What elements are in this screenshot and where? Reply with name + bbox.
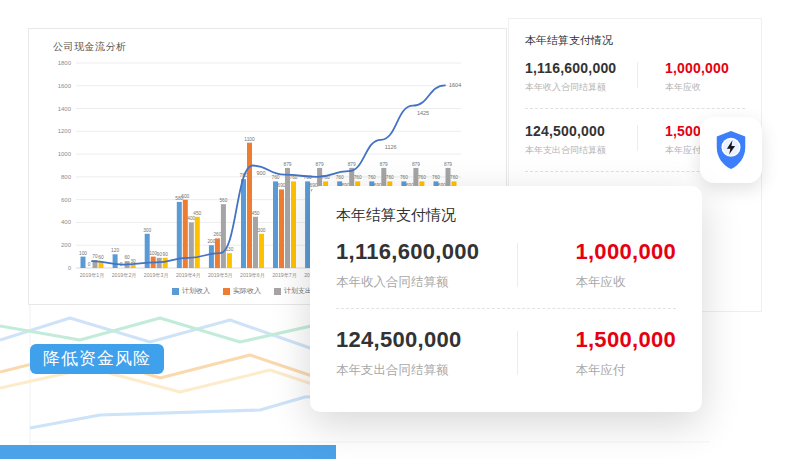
svg-text:760: 760 — [400, 175, 408, 180]
svg-text:879: 879 — [316, 162, 324, 167]
svg-text:760: 760 — [450, 175, 458, 180]
svg-text:760: 760 — [271, 175, 279, 180]
expense-settlement-label: 本年支出合同结算额 — [525, 144, 637, 157]
popup-receivable-value: 1,000,000 — [575, 239, 676, 265]
svg-text:760: 760 — [432, 175, 440, 180]
svg-text:400: 400 — [187, 216, 195, 221]
divider — [525, 108, 745, 109]
settlement-popup-card: 本年结算支付情况 1,116,600,000 本年收入合同结算额 1,000,0… — [310, 186, 702, 412]
popup-expense-settlement-label: 本年支出合同结算额 — [336, 362, 529, 379]
divider — [336, 308, 676, 309]
svg-text:2019年7月: 2019年7月 — [272, 272, 297, 279]
popup-row-income: 1,116,600,000 本年收入合同结算额 1,000,000 本年应收 — [310, 239, 702, 291]
popup-row-expense: 124,500,000 本年支出合同结算额 1,500,000 本年应付 — [310, 327, 702, 379]
svg-text:1425: 1425 — [417, 110, 429, 116]
svg-text:760: 760 — [386, 175, 394, 180]
svg-text:300: 300 — [257, 228, 265, 233]
svg-text:760: 760 — [336, 175, 344, 180]
svg-text:0: 0 — [68, 265, 72, 271]
expense-settlement-value: 124,500,000 — [525, 123, 637, 139]
legend-label: 计划支出 — [284, 286, 312, 296]
income-settlement-value: 1,116,600,000 — [525, 60, 637, 76]
bottom-blue-strip — [0, 445, 336, 459]
svg-text:2019年1月: 2019年1月 — [80, 272, 105, 279]
svg-text:2019年4月: 2019年4月 — [176, 272, 201, 279]
legend-label: 实际收入 — [233, 286, 261, 296]
svg-text:800: 800 — [61, 174, 72, 180]
svg-text:2019年3月: 2019年3月 — [144, 272, 169, 279]
svg-text:1126: 1126 — [385, 144, 397, 150]
svg-text:600: 600 — [61, 197, 72, 203]
receivable-label: 本年应收 — [665, 81, 745, 94]
svg-text:760: 760 — [368, 175, 376, 180]
svg-text:600: 600 — [181, 194, 189, 199]
svg-text:690: 690 — [277, 183, 285, 188]
legend-swatch — [172, 288, 179, 295]
svg-text:760: 760 — [418, 175, 426, 180]
svg-text:90: 90 — [163, 252, 169, 257]
svg-text:100: 100 — [79, 251, 87, 256]
svg-text:879: 879 — [444, 162, 452, 167]
summary-row-income: 1,116,600,000 本年收入合同结算额 1,000,000 本年应收 — [525, 60, 745, 94]
svg-text:879: 879 — [283, 162, 291, 167]
shield-lightning-icon — [712, 129, 750, 171]
svg-text:879: 879 — [348, 162, 356, 167]
svg-text:260: 260 — [213, 232, 221, 237]
income-settlement-label: 本年收入合同结算额 — [525, 81, 637, 94]
security-shield-card — [700, 117, 762, 183]
popup-income-settlement-label: 本年收入合同结算额 — [336, 274, 529, 291]
popup-payable-label: 本年应付 — [575, 362, 676, 379]
svg-text:120: 120 — [111, 248, 119, 253]
svg-text:30: 30 — [130, 259, 136, 264]
dashboard-stage: 公司现金流分析 02004006008001000120014001600180… — [0, 0, 792, 459]
svg-text:2019年5月: 2019年5月 — [208, 272, 233, 279]
popup-expense-settlement-value: 124,500,000 — [336, 327, 529, 353]
svg-text:879: 879 — [412, 162, 420, 167]
svg-text:760: 760 — [354, 175, 362, 180]
svg-text:300: 300 — [143, 228, 151, 233]
svg-text:1200: 1200 — [58, 128, 72, 134]
svg-text:90: 90 — [157, 252, 163, 257]
svg-text:2019年2月: 2019年2月 — [112, 272, 137, 279]
svg-text:1600: 1600 — [58, 83, 72, 89]
legend-item: 计划支出 — [274, 286, 312, 296]
svg-text:879: 879 — [380, 162, 388, 167]
svg-text:0: 0 — [88, 262, 91, 267]
svg-text:400: 400 — [61, 219, 72, 225]
legend-item: 实际收入 — [223, 286, 261, 296]
svg-text:1100: 1100 — [244, 137, 255, 142]
svg-text:1400: 1400 — [58, 106, 72, 112]
receivable-value: 1,000,000 — [665, 60, 745, 76]
legend-label: 计划收入 — [182, 286, 210, 296]
svg-text:450: 450 — [193, 211, 201, 216]
svg-text:450: 450 — [251, 211, 259, 216]
popup-receivable-label: 本年应收 — [575, 274, 676, 291]
svg-text:900: 900 — [257, 170, 266, 176]
summary-panel-title: 本年结算支付情况 — [525, 33, 745, 48]
svg-text:1000: 1000 — [58, 151, 72, 157]
svg-text:200: 200 — [61, 242, 72, 248]
legend-swatch — [274, 288, 281, 295]
popup-income-settlement-value: 1,116,600,000 — [336, 239, 529, 265]
svg-text:1604: 1604 — [449, 82, 461, 88]
popup-payable-value: 1,500,000 — [575, 327, 676, 353]
svg-text:2019年6月: 2019年6月 — [240, 272, 265, 279]
svg-text:60: 60 — [124, 255, 130, 260]
risk-reduction-badge: 降低资金风险 — [30, 344, 164, 374]
popup-title: 本年结算支付情况 — [310, 206, 702, 225]
svg-text:560: 560 — [219, 198, 227, 203]
legend-item: 计划收入 — [172, 286, 210, 296]
legend-swatch — [223, 288, 230, 295]
svg-text:1800: 1800 — [58, 60, 72, 66]
svg-text:70: 70 — [92, 254, 98, 259]
svg-text:60: 60 — [98, 255, 104, 260]
svg-text:200: 200 — [207, 239, 215, 244]
